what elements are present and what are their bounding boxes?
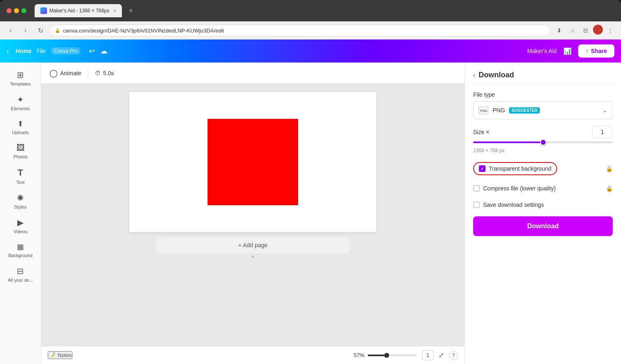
- all-designs-icon: ⊟: [17, 266, 24, 276]
- sidebar-item-styles[interactable]: ✺ Styles: [0, 189, 41, 213]
- photos-label: Photos: [13, 154, 27, 159]
- download-panel: ‹ Download File type PNG PNG: [465, 63, 621, 364]
- png-icon: PNG: [479, 106, 488, 114]
- compress-label: Compress file (lower quality): [483, 185, 556, 192]
- size-section: Size × 1 1366 × 768 px: [473, 126, 613, 154]
- nav-pro-badge: Canva Pro: [51, 47, 81, 55]
- project-title: Maker's Aid: [527, 48, 557, 54]
- canvas-area: ◯ Animate ⏱ 5.0s + Add page: [41, 63, 465, 364]
- download-page-icon[interactable]: ⬇: [553, 25, 565, 36]
- lock-icon: 🔒: [55, 28, 61, 33]
- forward-button[interactable]: ›: [20, 25, 31, 36]
- all-designs-label: All your de...: [8, 278, 33, 283]
- photos-icon: 🖼: [16, 143, 25, 153]
- transparent-bg-pro-icon: 🔒: [606, 165, 613, 172]
- nav-back-icon[interactable]: ‹: [7, 47, 9, 56]
- animate-icon: ◯: [49, 69, 58, 78]
- cloud-save-icon[interactable]: ☁: [100, 46, 107, 56]
- file-type-dropdown[interactable]: PNG PNG SUGGESTED ⌄: [473, 101, 613, 119]
- sidebar: ⊞ Templates ✦ Elements ⬆ Uploads 🖼 Photo…: [0, 63, 41, 364]
- address-text: canva.com/design/DAE-NzV3p8A/01NVlNzdedL…: [63, 28, 224, 34]
- top-nav: ‹ Home File Canva Pro ↩ ☁ Maker's Aid 📊 …: [0, 39, 621, 63]
- tab-title: Maker's Aid - 1366 × 768px: [49, 8, 109, 14]
- suggested-badge: SUGGESTED: [509, 107, 540, 114]
- sidebar-item-text[interactable]: T Text: [0, 163, 41, 189]
- red-rectangle: [208, 119, 298, 205]
- time-button[interactable]: ⏱ 5.0s: [95, 70, 114, 77]
- size-slider-container[interactable]: [473, 141, 613, 143]
- browser-toolbar-icons: ⬇ ☆ ⊟ ⋮: [553, 25, 616, 36]
- size-slider-thumb[interactable]: [540, 139, 546, 146]
- bookmark-icon[interactable]: ☆: [567, 25, 578, 36]
- save-settings-checkbox-group: Save download settings: [473, 202, 544, 208]
- size-value-box[interactable]: 1: [592, 126, 613, 138]
- sidebar-item-videos[interactable]: ▶ Videos: [0, 213, 41, 238]
- animate-button[interactable]: ◯ Animate: [49, 69, 81, 78]
- download-button[interactable]: Download: [473, 216, 613, 236]
- bottom-bar: 📝 Notes 57% 1 ⤢ ?: [41, 346, 465, 364]
- address-bar[interactable]: 🔒 canva.com/design/DAE-NzV3p8A/01NVlNzde…: [49, 25, 550, 36]
- zoom-slider[interactable]: [368, 355, 417, 356]
- tab-grid-icon[interactable]: ⊟: [580, 25, 591, 36]
- sidebar-item-uploads[interactable]: ⬆ Uploads: [0, 115, 41, 139]
- sidebar-item-elements[interactable]: ✦ Elements: [0, 90, 41, 115]
- back-button[interactable]: ‹: [5, 25, 16, 36]
- compress-row: Compress file (lower quality) 🔒: [473, 183, 613, 193]
- nav-home-link[interactable]: Home: [16, 48, 32, 54]
- canvas-page[interactable]: [129, 92, 376, 232]
- browser-tab[interactable]: Maker's Aid - 1366 × 768px ×: [35, 4, 122, 17]
- save-settings-label: Save download settings: [483, 202, 544, 208]
- canvas-toolbar: ◯ Animate ⏱ 5.0s: [41, 63, 465, 84]
- save-settings-checkbox[interactable]: [473, 202, 480, 208]
- undo-button[interactable]: ↩: [89, 46, 95, 56]
- sidebar-item-background[interactable]: ▦ Background: [0, 238, 41, 262]
- sidebar-item-templates[interactable]: ⊞ Templates: [0, 66, 41, 90]
- menu-icon[interactable]: ⋮: [605, 25, 616, 36]
- main-layout: ⊞ Templates ✦ Elements ⬆ Uploads 🖼 Photo…: [0, 63, 621, 364]
- styles-icon: ✺: [17, 193, 24, 203]
- file-type-label: File type: [473, 91, 613, 98]
- browser-titlebar: Maker's Aid - 1366 × 768px × +: [0, 0, 621, 21]
- close-window-btn[interactable]: [7, 8, 12, 13]
- elements-label: Elements: [11, 106, 30, 111]
- svg-text:PNG: PNG: [480, 109, 487, 113]
- compress-checkbox[interactable]: [473, 185, 480, 192]
- background-icon: ▦: [17, 242, 24, 251]
- share-button[interactable]: ↑ Share: [578, 44, 614, 58]
- size-slider-fill: [473, 141, 543, 143]
- elements-icon: ✦: [17, 95, 24, 104]
- nav-file-link[interactable]: File: [37, 48, 46, 54]
- transparent-bg-highlight: ✓ Transparent background: [473, 162, 557, 175]
- save-settings-row: Save download settings: [473, 200, 613, 210]
- sidebar-item-all-designs[interactable]: ⊟ All your de...: [0, 262, 41, 287]
- notes-button[interactable]: 📝 Notes: [48, 351, 72, 359]
- dropdown-chevron-icon: ⌄: [602, 107, 607, 114]
- compress-pro-icon: 🔒: [606, 185, 613, 192]
- tab-close-icon[interactable]: ×: [113, 8, 116, 14]
- fullscreen-button[interactable]: ⤢: [439, 351, 444, 359]
- uploads-icon: ⬆: [17, 119, 23, 128]
- chevron-up-area: ⌃: [250, 255, 255, 262]
- transparent-bg-checkbox[interactable]: ✓: [479, 165, 486, 172]
- size-header: Size × 1: [473, 126, 613, 138]
- size-label: Size ×: [473, 129, 489, 135]
- panel-header: ‹ Download: [473, 71, 613, 85]
- minimize-window-btn[interactable]: [14, 8, 19, 13]
- sidebar-item-photos[interactable]: 🖼 Photos: [0, 139, 41, 163]
- add-page-button[interactable]: + Add page: [156, 237, 350, 253]
- zoom-controls: 57%: [354, 352, 417, 358]
- size-dimensions: 1366 × 768 px: [473, 148, 504, 153]
- user-avatar[interactable]: [593, 25, 603, 35]
- refresh-button[interactable]: ↻: [35, 25, 46, 36]
- styles-label: Styles: [14, 204, 27, 209]
- file-type-name: PNG: [493, 107, 505, 114]
- help-button[interactable]: ?: [449, 351, 458, 360]
- tab-favicon: [40, 7, 47, 14]
- new-tab-button[interactable]: +: [128, 7, 133, 15]
- uploads-label: Uploads: [12, 130, 28, 135]
- maximize-window-btn[interactable]: [21, 8, 26, 13]
- panel-back-icon[interactable]: ‹: [473, 72, 475, 79]
- page-number-box[interactable]: 1: [422, 350, 434, 360]
- chart-icon[interactable]: 📊: [562, 45, 573, 57]
- text-icon: T: [18, 167, 23, 178]
